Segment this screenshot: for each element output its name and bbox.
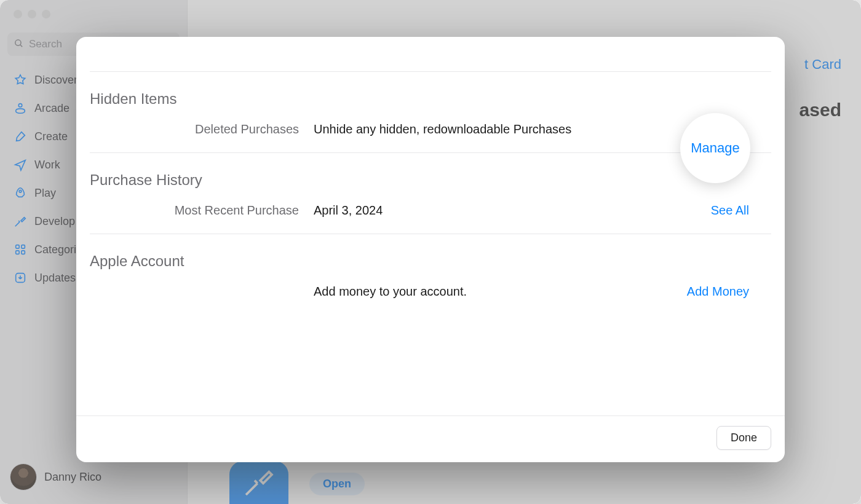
brush-icon (14, 130, 27, 143)
sidebar-item-label: Updates (34, 272, 76, 285)
avatar (10, 463, 37, 490)
section-hidden-items: Hidden Items Deleted Purchases Unhide an… (90, 72, 771, 153)
row-deleted-purchases: Deleted Purchases Unhide any hidden, red… (90, 122, 771, 136)
send-icon (14, 158, 27, 171)
manage-link[interactable]: Manage (691, 140, 740, 156)
app-tile[interactable] (229, 461, 288, 504)
row-label: Deleted Purchases (90, 122, 299, 136)
row-value: April 3, 2024 (314, 203, 696, 218)
svg-rect-5 (22, 245, 25, 249)
svg-line-1 (20, 44, 22, 46)
download-icon (14, 271, 27, 285)
sidebar-item-label: Develop (34, 215, 75, 228)
svg-point-2 (18, 104, 22, 108)
app-store-window: Discover Arcade Create Work Play Develop (0, 0, 861, 504)
redeem-link-fragment[interactable]: t Card (804, 57, 841, 73)
sidebar-item-label: Play (34, 187, 56, 200)
row-value: Unhide any hidden, redownloadable Purcha… (314, 122, 690, 136)
rocket-icon (14, 186, 27, 200)
section-title: Hidden Items (90, 90, 771, 108)
window-controls (0, 0, 187, 28)
done-button[interactable]: Done (716, 426, 771, 450)
star-icon (14, 73, 27, 87)
hammer-icon (14, 215, 27, 228)
account-settings-sheet: Hidden Items Deleted Purchases Unhide an… (76, 37, 785, 462)
hammer-app-icon (242, 465, 276, 499)
add-money-link[interactable]: Add Money (687, 285, 771, 299)
zoom-dot[interactable] (42, 10, 50, 18)
user-name: Danny Rico (44, 471, 101, 484)
svg-rect-7 (22, 251, 25, 254)
svg-rect-6 (16, 251, 20, 254)
sidebar-item-label: Create (34, 130, 68, 143)
row-label: Most Recent Purchase (90, 203, 299, 218)
row-most-recent: Most Recent Purchase April 3, 2024 See A… (90, 203, 771, 218)
sheet-footer: Done (76, 415, 785, 462)
open-button[interactable]: Open (309, 473, 365, 495)
section-apple-account: Apple Account Add money to your account.… (90, 234, 771, 315)
arcade-icon (14, 101, 27, 115)
see-all-link[interactable]: See All (711, 203, 771, 218)
account-row[interactable]: Danny Rico (0, 455, 187, 504)
section-purchase-history: Purchase History Most Recent Purchase Ap… (90, 153, 771, 234)
section-title: Apple Account (90, 253, 771, 270)
search-icon (14, 38, 24, 51)
sidebar-item-label: Arcade (34, 102, 69, 115)
row-value: Add money to your account. (314, 285, 672, 299)
svg-rect-4 (16, 245, 20, 249)
grid-icon (14, 243, 27, 256)
minimize-dot[interactable] (28, 10, 36, 18)
svg-point-0 (15, 39, 21, 45)
sidebar-item-label: Discover (34, 74, 77, 87)
purchased-heading-fragment: ased (800, 100, 841, 120)
sidebar-item-label: Work (34, 159, 60, 171)
svg-point-3 (19, 190, 22, 192)
row-add-money: Add money to your account. Add Money (90, 285, 771, 299)
close-dot[interactable] (14, 10, 22, 18)
section-title: Purchase History (90, 171, 771, 189)
